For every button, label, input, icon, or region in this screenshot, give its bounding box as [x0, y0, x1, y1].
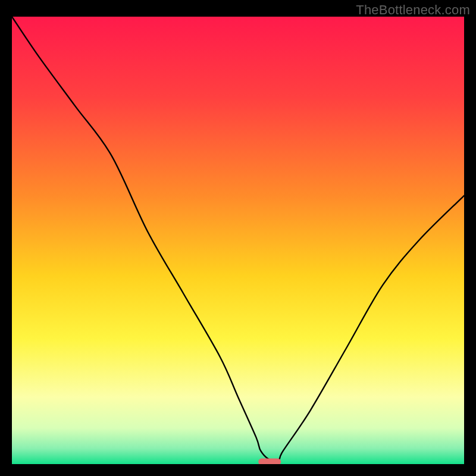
optimal-marker [258, 459, 281, 465]
chart-stage: TheBottleneck.com [0, 0, 476, 476]
bottleneck-chart [0, 0, 476, 476]
attribution-text: TheBottleneck.com [356, 2, 470, 18]
